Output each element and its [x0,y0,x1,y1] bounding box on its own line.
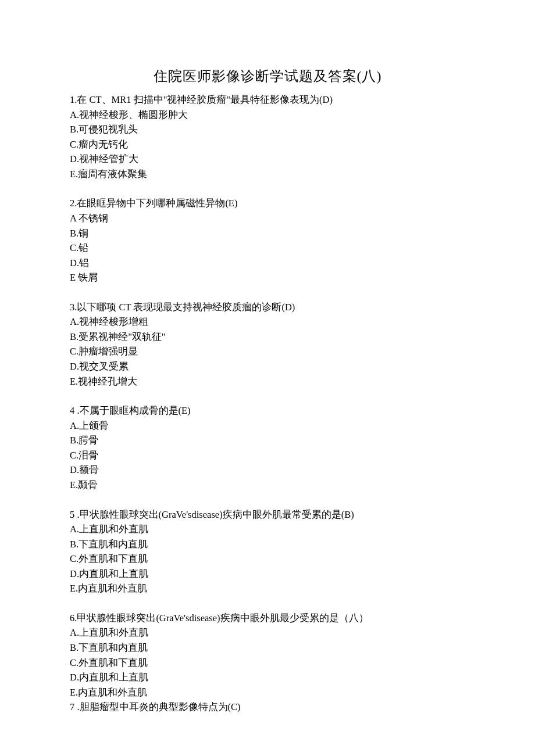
question-option: E.颞骨 [70,478,465,493]
question-option: E 铁屑 [70,270,465,285]
question-option: D.内直肌和上直肌 [70,670,465,685]
question-option: A.视神经梭形、椭圆形肿大 [70,108,465,123]
document-page: 住院医师影像诊断学试题及答案(八) 1.在 CT、MR1 扫描中"视神经胶质瘤"… [0,0,535,744]
blank-line [70,389,465,403]
question-option: D.视神经管扩大 [70,152,465,167]
question-option: B.可侵犯视乳头 [70,122,465,137]
question-option: C.肿瘤增强明显 [70,344,465,359]
question-option: C.铅 [70,241,465,256]
question-option: E.视神经孔增大 [70,374,465,389]
question-option: B.下直肌和内直肌 [70,537,465,552]
question-option: D.铝 [70,256,465,271]
question-stem: 1.在 CT、MR1 扫描中"视神经胶质瘤"最具特征影像表现为(D) [70,92,465,108]
question-stem: 3.以下哪项 CT 表现现最支持视神经胶质瘤的诊断(D) [70,300,465,315]
question-option: B.铜 [70,226,465,241]
blank-line [70,181,465,196]
question-option: A 不锈钢 [70,211,465,226]
blank-line [70,285,465,300]
question-stem: 2.在眼眶异物中下列哪种属磁性异物(E) [70,196,465,211]
question-option: B.下直肌和内直肌 [70,640,465,655]
blank-line [70,596,465,611]
question-option: C.泪骨 [70,448,465,463]
question-option: D.内直肌和上直肌 [70,567,465,582]
question-option: A.上颌骨 [70,418,465,433]
question-option: C.外直肌和下直肌 [70,551,465,567]
question-option: C.外直肌和下直肌 [70,655,465,671]
question-stem: 7 .胆脂瘤型中耳炎的典型影像特点为(C) [70,700,465,715]
question-option: B.受累视神经"双轨征" [70,329,465,345]
question-option: B.腭骨 [70,433,465,448]
question-stem: 4 .不属于眼眶构成骨的是(E) [70,403,465,418]
question-stem: 6.甲状腺性眼球突出(GraVe'sdisease)疾病中眼外肌最少受累的是（八… [70,611,465,626]
question-option: E.内直肌和外直肌 [70,581,465,596]
question-option: D.额骨 [70,463,465,478]
question-option: E.内直肌和外直肌 [70,685,465,700]
question-option: D.视交叉受累 [70,359,465,374]
question-option: A.上直肌和外直肌 [70,625,465,640]
document-title: 住院医师影像诊断学试题及答案(八) [70,67,465,85]
question-option: E.瘤周有液体聚集 [70,167,465,182]
question-option: A.视神经梭形增粗 [70,314,465,329]
question-stem: 5 .甲状腺性眼球突出(GraVe'sdisease)疾病中眼外肌最常受累的是(… [70,507,465,522]
blank-line [70,493,465,507]
question-option: A.上直肌和外直肌 [70,522,465,537]
question-option: C.瘤内无钙化 [70,137,465,152]
